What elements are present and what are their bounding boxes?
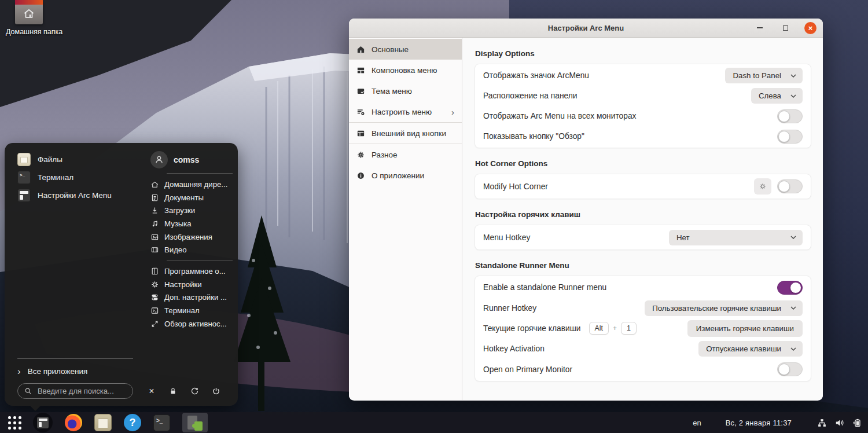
- hot-corner-settings-button[interactable]: [754, 178, 771, 195]
- search-input[interactable]: [36, 386, 123, 396]
- setting-row-runner-hotkey: Runner Hotkey Пользовательские горячие к…: [475, 298, 811, 318]
- expand-arrows-icon: [150, 320, 159, 328]
- sidebar-item-menu-theme[interactable]: Тема меню: [349, 80, 462, 101]
- terminal-app-icon: [17, 171, 31, 184]
- taskbar-extensions-active[interactable]: [182, 413, 208, 432]
- menu-search-field[interactable]: [17, 383, 133, 399]
- toggle-knob: [778, 111, 790, 122]
- dropdown-value: Слева: [759, 91, 781, 100]
- gear-icon: [356, 151, 365, 159]
- sidebar-label: Компоновка меню: [372, 66, 437, 75]
- lock-button[interactable]: [167, 386, 179, 397]
- hotkey-activation-dropdown[interactable]: Отпускание клавиши: [698, 341, 803, 357]
- gear-icon: [150, 280, 159, 289]
- desktop-screen: Домашняя папка Файлы Терминал Настройки …: [0, 0, 868, 433]
- avatar: [150, 151, 168, 168]
- sidebar-label: Тема меню: [372, 87, 412, 96]
- user-account-item[interactable]: comss: [150, 150, 233, 170]
- window-titlebar[interactable]: Настройки Arc Menu ×: [349, 19, 823, 38]
- hot-corner-toggle[interactable]: [777, 179, 803, 193]
- all-monitors-toggle[interactable]: [777, 109, 803, 123]
- chevron-down-icon: [790, 236, 796, 239]
- maximize-icon: [783, 25, 788, 31]
- window-title: Настройки Arc Menu: [349, 24, 823, 32]
- shortcut-item-activities-overview[interactable]: Обзор активнос...: [150, 317, 233, 331]
- runner-menu-card: Enable a standalone Runner menu Runner H…: [475, 276, 811, 381]
- minimize-button[interactable]: [753, 21, 766, 34]
- taskbar-firefox[interactable]: [65, 414, 82, 431]
- place-item-pictures[interactable]: Изображения: [150, 230, 233, 244]
- house-icon: [23, 7, 35, 20]
- terminal-icon: [150, 306, 159, 315]
- sidebar-item-general[interactable]: Основные: [349, 39, 462, 60]
- shortcut-item-tweaks[interactable]: Доп. настройки ...: [150, 291, 233, 304]
- dropdown-value: Отпускание клавиши: [706, 344, 781, 353]
- plus-sign: +: [613, 324, 617, 332]
- setting-label: Текущие горячие клавиши: [483, 324, 581, 333]
- power-button[interactable]: [210, 386, 222, 397]
- theme-icon: [356, 87, 365, 96]
- sidebar-item-about[interactable]: О приложении: [349, 165, 462, 186]
- extensions-puzzle-icon: [187, 414, 203, 431]
- toggle-knob: [790, 282, 801, 293]
- shortcut-item-settings[interactable]: Настройки: [150, 278, 233, 291]
- overview-button-toggle[interactable]: [777, 130, 803, 144]
- shortcut-label: Программное о...: [164, 267, 226, 276]
- maximize-button[interactable]: [779, 21, 792, 34]
- file-manager-icon: [94, 414, 112, 431]
- menu-hotkey-dropdown[interactable]: Нет: [669, 230, 803, 245]
- taskbar-files[interactable]: [94, 414, 112, 431]
- sidebar-item-misc[interactable]: Разное: [349, 144, 462, 165]
- logout-button[interactable]: ×: [146, 386, 157, 397]
- chevron-right-icon: ›: [451, 107, 454, 117]
- place-item-home[interactable]: Домашняя дире...: [150, 178, 233, 191]
- setting-label: Расположение на панели: [483, 91, 577, 100]
- place-label: Документы: [164, 193, 204, 202]
- menu-item-label: Терминал: [38, 173, 73, 182]
- person-icon: [154, 155, 164, 165]
- setting-row-modify-hot-corner: Modify Hot Corner: [475, 175, 811, 197]
- sidebar-item-button-appearance[interactable]: Внешний вид кнопки: [349, 123, 462, 144]
- restart-button[interactable]: [189, 386, 200, 397]
- menu-item-terminal[interactable]: Терминал: [17, 170, 112, 184]
- enable-runner-toggle[interactable]: [777, 281, 803, 295]
- arcmenu-icon-dropdown[interactable]: Dash to Panel: [725, 68, 803, 83]
- show-applications-button[interactable]: [8, 416, 21, 429]
- modify-hotkeys-button[interactable]: Изменить горячие клавиши: [687, 320, 803, 337]
- files-app-icon: [17, 153, 31, 166]
- panel-position-dropdown[interactable]: Слева: [751, 88, 803, 104]
- info-icon: [356, 171, 365, 180]
- keyboard-layout-indicator[interactable]: en: [693, 419, 701, 427]
- place-item-music[interactable]: Музыка: [150, 217, 233, 230]
- taskbar-help[interactable]: ?: [124, 414, 141, 431]
- sidebar-item-menu-layout[interactable]: Компоновка меню: [349, 60, 462, 80]
- place-item-videos[interactable]: Видео: [150, 243, 233, 256]
- runner-hotkey-dropdown[interactable]: Пользовательские горячие клавиши: [645, 300, 803, 316]
- close-button[interactable]: ×: [804, 22, 816, 34]
- menu-hotkey-card: Menu Hotkey Нет: [475, 225, 811, 250]
- system-tray[interactable]: [817, 418, 862, 428]
- menu-item-files[interactable]: Файлы: [17, 152, 112, 166]
- setting-row-menu-hotkey: Menu Hotkey Нет: [475, 226, 811, 248]
- place-item-downloads[interactable]: Загрузки: [150, 204, 233, 217]
- arc-menu-button[interactable]: [33, 413, 53, 432]
- setting-row-all-monitors: Отображать Arc Menu на всех мониторах: [475, 106, 811, 126]
- setting-label: Modify Hot Corner: [483, 182, 548, 191]
- settings-content: Display Options Отображать значок ArcMen…: [462, 38, 823, 400]
- place-item-documents[interactable]: Документы: [150, 191, 233, 204]
- clock[interactable]: Вс, 2 января 11:37: [726, 419, 792, 427]
- chevron-right-icon: ›: [17, 366, 21, 376]
- network-icon: [817, 418, 827, 428]
- setting-label: Hotkey Activation: [483, 344, 545, 353]
- list-settings-icon: [356, 108, 365, 116]
- primary-monitor-toggle[interactable]: [777, 362, 803, 376]
- desktop-home-folder[interactable]: Домашняя папка: [6, 2, 69, 36]
- shortcut-item-software[interactable]: Программное о...: [150, 265, 233, 278]
- menu-item-arcmenu-settings[interactable]: Настройки Arc Menu: [17, 188, 112, 202]
- volume-icon: [834, 418, 844, 428]
- shortcut-item-terminal[interactable]: Терминал: [150, 304, 233, 317]
- taskbar-terminal[interactable]: >_: [153, 414, 170, 431]
- sidebar-item-customize-menu[interactable]: Настроить меню ›: [349, 101, 462, 122]
- hotkey-keycap-1: 1: [621, 322, 637, 335]
- all-applications-button[interactable]: › Все приложения: [17, 364, 225, 378]
